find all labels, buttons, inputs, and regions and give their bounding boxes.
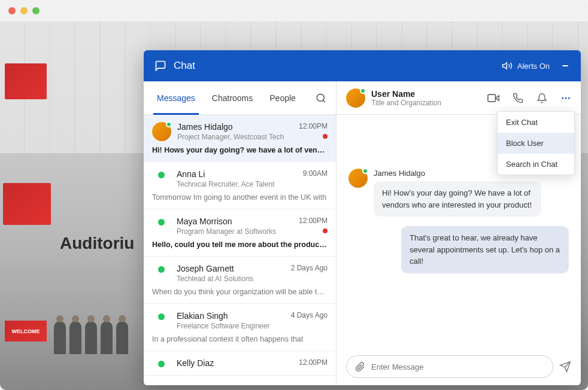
send-icon (559, 361, 571, 373)
conversation-name: James Hidalgo (177, 122, 293, 132)
browser-window: Auditoriu WELCOME Chat Alerts On (0, 0, 588, 390)
maximize-window-button[interactable] (32, 7, 40, 14)
avatar (152, 122, 171, 141)
svg-rect-5 (488, 95, 496, 102)
conversation-time: 12:00PM (299, 122, 328, 130)
conversation-subtitle: Freelance Software Engineer (177, 322, 285, 330)
tabs: Messages Chatrooms People (144, 81, 336, 115)
more-horizontal-icon (560, 93, 571, 103)
svg-line-3 (323, 100, 325, 102)
more-options-dropdown: Exit Chat Block User Search in Chat (497, 111, 575, 175)
conversation-name: Maya Morrison (177, 217, 293, 226)
svg-marker-0 (502, 63, 507, 69)
conversation-subtitle: Techlead at AI Solutions (177, 275, 285, 283)
conversation-item[interactable]: Kelly Diaz12:00PM (144, 351, 336, 376)
conversation-time: 9:00AM (303, 169, 328, 178)
unread-indicator (323, 134, 328, 139)
composer-input-wrapper[interactable] (346, 355, 553, 378)
conversation-name: Elakian Singh (177, 311, 285, 321)
video-call-button[interactable] (487, 92, 499, 104)
message-incoming: James Hidalgo Hi! How's your day going? … (348, 169, 569, 217)
alerts-toggle[interactable]: Alerts On (502, 60, 550, 71)
conversations-column: Messages Chatrooms People James HidalgoP… (144, 81, 337, 385)
conversation-name: Joseph Garnett (177, 264, 285, 273)
conversation-item[interactable]: Elakian SinghFreelance Software Engineer… (144, 304, 336, 351)
status-online-icon (362, 168, 368, 174)
svg-point-2 (317, 94, 324, 101)
message-bubble: That's great to hear, we already have se… (401, 226, 569, 273)
background-text-auditorium: Auditoriu (60, 234, 134, 253)
message-outgoing: That's great to hear, we already have se… (348, 226, 569, 273)
conversation-name: Anna Li (177, 169, 297, 179)
conversation-preview: In a professional context it often happe… (152, 335, 328, 343)
tab-people[interactable]: People (261, 81, 304, 114)
svg-point-8 (568, 97, 570, 99)
dropdown-exit-chat[interactable]: Exit Chat (498, 112, 574, 133)
send-button[interactable] (559, 361, 571, 373)
status-online-icon (158, 266, 165, 273)
search-icon (316, 93, 326, 103)
conversation-item[interactable]: Anna LiTechnical Recruiter, Ace Talent9:… (144, 162, 336, 209)
avatar (346, 89, 365, 108)
background-banner (3, 183, 51, 225)
voice-call-button[interactable] (513, 93, 523, 103)
more-options-button[interactable] (560, 93, 571, 103)
tab-chatrooms[interactable]: Chatrooms (204, 81, 261, 114)
conversation-time: 12:00PM (299, 358, 328, 367)
status-online-icon (166, 121, 172, 127)
attach-button[interactable] (355, 362, 365, 372)
active-user-name: User Name (371, 89, 441, 99)
conversation-preview: Hi! Hows your day going? we have a lot o… (152, 146, 328, 154)
status-online-icon (158, 313, 165, 320)
conversation-item[interactable]: James HidalgoProject Manager, Westcoast … (144, 115, 336, 162)
search-button[interactable] (311, 88, 331, 108)
conversation-header: User Name Title and Organization (337, 81, 581, 115)
chat-header: Chat Alerts On (144, 50, 581, 81)
conversation-subtitle: Project Manager, Westcoast Tech (177, 133, 293, 141)
minimize-window-button[interactable] (20, 7, 28, 14)
paperclip-icon (355, 362, 365, 372)
conversation-time: 12:00PM (299, 217, 328, 225)
active-user-subtitle: Title and Organization (371, 99, 441, 107)
status-online-icon (158, 219, 165, 226)
minimize-panel-button[interactable] (560, 61, 570, 71)
conversation-time: 4 Days Ago (291, 311, 328, 319)
chat-icon (154, 60, 166, 72)
notifications-button[interactable] (537, 93, 547, 103)
conversation-preview: Hello, could you tell me more about the … (152, 240, 328, 249)
status-online-icon (158, 361, 165, 367)
conversation-item[interactable]: Maya MorrisonProgram Manager at Softwork… (144, 209, 336, 257)
conversation-subtitle: Technical Recruiter, Ace Talent (177, 180, 297, 188)
background-banner (5, 63, 47, 99)
bell-icon (537, 93, 547, 103)
speaker-icon (502, 60, 513, 71)
conversation-subtitle: Program Manager at Softworks (177, 227, 293, 236)
dropdown-block-user[interactable]: Block User (498, 133, 574, 154)
window-titlebar (0, 0, 588, 22)
svg-point-7 (565, 97, 567, 99)
composer (337, 348, 581, 385)
conversation-time: 2 Days Ago (291, 264, 328, 272)
phone-icon (513, 93, 523, 103)
status-online-icon (360, 88, 366, 94)
conversation-preview: When do you think your organization will… (152, 288, 328, 296)
dropdown-search-in-chat[interactable]: Search in Chat (498, 154, 574, 175)
conversation-view: User Name Title and Organization (337, 81, 581, 385)
conversation-list[interactable]: James HidalgoProject Manager, Westcoast … (144, 115, 336, 385)
svg-point-6 (562, 97, 563, 99)
background-people (54, 312, 138, 354)
app-viewport: Auditoriu WELCOME Chat Alerts On (0, 22, 588, 390)
chat-title: Chat (174, 60, 195, 72)
svg-marker-4 (495, 95, 499, 100)
message-input[interactable] (371, 362, 544, 371)
conversation-preview: Tommorrow Im going to another event in t… (152, 193, 328, 202)
unread-indicator (323, 228, 328, 233)
message-bubble: Hi! How's your day going? We have a lot … (374, 181, 541, 217)
conversation-name: Kelly Diaz (177, 358, 293, 368)
alerts-label: Alerts On (517, 62, 550, 71)
conversation-item[interactable]: Joseph GarnettTechlead at AI Solutions2 … (144, 257, 336, 304)
close-window-button[interactable] (8, 7, 16, 14)
video-icon (487, 92, 499, 104)
background-welcome-sign: WELCOME (5, 321, 47, 342)
tab-messages[interactable]: Messages (148, 81, 204, 114)
